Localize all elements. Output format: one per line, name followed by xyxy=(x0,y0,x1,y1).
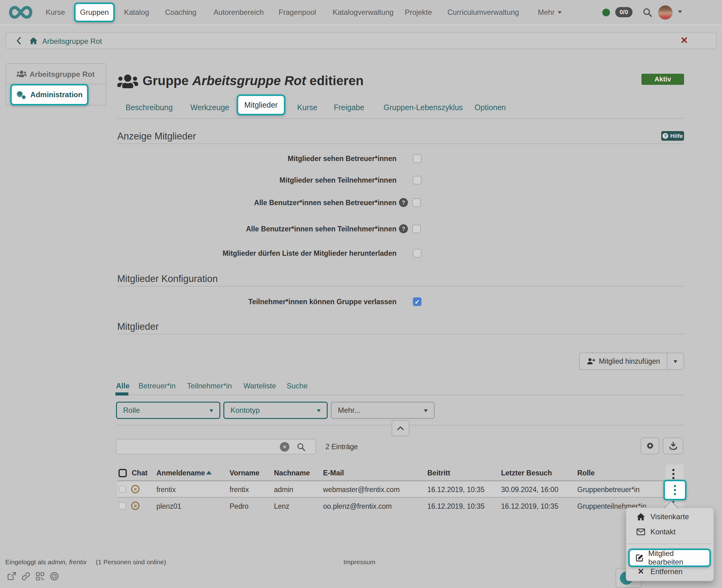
checkbox-alle-sehen-betreuer[interactable] xyxy=(412,198,421,207)
chevron-down-icon xyxy=(674,360,677,365)
cell-email: webmaster@frentix.com xyxy=(323,486,399,494)
sort-asc-icon[interactable] xyxy=(206,471,212,475)
collapse-filters-button[interactable] xyxy=(392,420,409,436)
openolat-logo-icon[interactable] xyxy=(7,5,34,20)
nav-item-fragenpool[interactable]: Fragenpool xyxy=(279,0,316,24)
chevron-down-icon xyxy=(424,410,428,414)
footer-impressum-link[interactable]: Impressum xyxy=(344,559,375,566)
row-actions-button[interactable] xyxy=(663,480,686,500)
close-icon[interactable]: ✕ xyxy=(680,35,688,46)
download-icon xyxy=(668,441,678,451)
footer-login-info: Eingeloggt als admin, frentix (1 Persone… xyxy=(5,559,166,566)
target-icon[interactable] xyxy=(49,571,59,581)
menu-item-visitenkarte[interactable]: Visitenkarte xyxy=(636,512,689,521)
table-export-button[interactable] xyxy=(663,438,683,455)
active-subtab-indicator xyxy=(116,393,128,396)
menu-item-entfernen[interactable]: ✕ Entfernen xyxy=(636,567,682,576)
user-menu-chevron-icon[interactable] xyxy=(678,9,682,15)
cell-email: oo.plenz@frentix.com xyxy=(323,502,392,510)
help-button[interactable]: ? Hilfe xyxy=(661,131,684,141)
filter-kontotyp[interactable]: Kontotyp xyxy=(223,402,328,419)
link-icon[interactable] xyxy=(21,571,31,581)
cell-vorname-link[interactable]: Pedro xyxy=(230,502,248,510)
option-row: Alle Benutzer*innen sehen Teilnehmer*inn… xyxy=(117,224,421,233)
search-icon[interactable] xyxy=(642,7,653,18)
sidebar-item-group[interactable]: Arbeitsgruppe Rot xyxy=(29,70,95,79)
subtab-betreuer[interactable]: Betreuer*in xyxy=(139,382,176,390)
subtab-alle[interactable]: Alle xyxy=(116,382,129,390)
help-circle-icon[interactable] xyxy=(399,224,408,233)
person-plus-icon xyxy=(586,358,595,365)
nav-item-mehr[interactable]: Mehr xyxy=(538,0,561,24)
nav-item-coaching[interactable]: Coaching xyxy=(165,0,196,24)
chevron-down-icon xyxy=(317,410,321,414)
checkbox-mitglieder-sehen-teilnehmer[interactable] xyxy=(413,176,421,185)
tab-optionen[interactable]: Optionen xyxy=(475,103,506,112)
checkbox-liste-herunterladen[interactable] xyxy=(413,249,421,258)
chat-counter-badge[interactable]: 0/0 xyxy=(615,7,633,17)
checkbox-mitglieder-sehen-betreuer[interactable] xyxy=(413,154,421,163)
nav-item-autorenbereich[interactable]: Autorenbereich xyxy=(213,0,264,24)
table-search-input[interactable] xyxy=(116,439,316,455)
nav-item-katalog[interactable]: Katalog xyxy=(124,0,149,24)
home-icon xyxy=(636,513,646,521)
column-header-email[interactable]: E-Mail xyxy=(323,469,344,477)
nav-item-kurse[interactable]: Kurse xyxy=(46,0,65,24)
table-settings-button[interactable] xyxy=(641,438,659,455)
checkbox-alle-sehen-teilnehmer[interactable] xyxy=(412,225,421,233)
tab-mitglieder[interactable]: Mitglieder xyxy=(236,94,285,115)
context-menu: Visitenkarte Kontakt ✕ Entfernen xyxy=(626,507,714,581)
tab-freigabe[interactable]: Freigabe xyxy=(334,103,365,112)
row-checkbox[interactable] xyxy=(119,486,126,493)
cell-letzter-besuch: 30.09.2024, 16:00 xyxy=(501,486,558,494)
menu-item-kontakt[interactable]: Kontakt xyxy=(636,527,675,536)
subtab-warteliste[interactable]: Warteliste xyxy=(244,382,276,390)
edit-icon xyxy=(635,553,644,562)
column-header-vorname[interactable]: Vorname xyxy=(230,469,260,477)
help-circle-icon[interactable] xyxy=(399,198,408,207)
subtab-suche[interactable]: Suche xyxy=(287,382,308,390)
cell-nachname-link[interactable]: admin xyxy=(274,486,293,494)
add-member-split-button: Mitglied hinzufügen xyxy=(579,353,684,370)
cell-vorname-link[interactable]: frentix xyxy=(230,486,249,494)
cell-nachname-link[interactable]: Lenz xyxy=(274,502,289,510)
column-header-rolle[interactable]: Rolle xyxy=(577,469,595,477)
add-member-button[interactable]: Mitglied hinzufügen xyxy=(580,353,667,369)
tab-beschreibung[interactable]: Beschreibung xyxy=(126,103,173,112)
select-all-checkbox[interactable] xyxy=(119,469,127,477)
user-avatar[interactable] xyxy=(658,5,673,20)
search-icon[interactable] xyxy=(296,442,306,451)
filter-rolle[interactable]: Rolle xyxy=(116,402,220,419)
nav-item-gruppen[interactable]: Gruppen xyxy=(74,2,115,22)
sidebar-item-label: Administration xyxy=(30,90,82,99)
column-options-icon[interactable] xyxy=(672,468,675,480)
nav-item-katalogverwaltung[interactable]: Katalogverwaltung xyxy=(333,0,393,24)
sidebar-item-administration[interactable]: Administration xyxy=(10,84,88,105)
tab-kurse[interactable]: Kurse xyxy=(297,103,317,112)
back-chevron-icon[interactable] xyxy=(15,36,22,45)
subtab-teilnehmer[interactable]: Teilnehmer*in xyxy=(187,382,232,390)
breadcrumb: Arbeitsgruppe Rot ✕ xyxy=(5,33,717,49)
column-header-nachname[interactable]: Nachname xyxy=(274,469,310,477)
breadcrumb-current[interactable]: Arbeitsgruppe Rot xyxy=(42,37,102,46)
nav-item-curriculumverwaltung[interactable]: Curriculumverwaltung xyxy=(447,0,519,24)
clear-search-icon[interactable] xyxy=(280,442,289,451)
add-member-dropdown-button[interactable] xyxy=(667,353,683,369)
row-checkbox[interactable] xyxy=(119,502,126,509)
menu-item-mitglied-bearbeiten[interactable]: Mitglied bearbeiten xyxy=(628,548,711,567)
entry-count: 2 Einträge xyxy=(326,443,358,451)
column-header-chat[interactable]: Chat xyxy=(132,469,147,477)
share-icon[interactable] xyxy=(7,571,17,581)
tab-werkzeuge[interactable]: Werkzeuge xyxy=(190,103,229,112)
tabs-divider xyxy=(117,118,684,119)
column-header-beitritt[interactable]: Beitritt xyxy=(427,469,450,477)
option-row: Mitglieder sehen Teilnehmer*innen xyxy=(117,176,421,185)
home-icon[interactable] xyxy=(29,37,38,45)
qr-code-icon[interactable] xyxy=(35,571,45,581)
checkbox-gruppe-verlassen[interactable] xyxy=(413,297,421,306)
filter-mehr[interactable]: Mehr... xyxy=(331,402,435,419)
tab-gruppen-lebenszyklus[interactable]: Gruppen-Lebenszyklus xyxy=(384,103,463,112)
column-header-letzter-besuch[interactable]: Letzter Besuch xyxy=(501,469,552,477)
nav-item-projekte[interactable]: Projekte xyxy=(405,0,432,24)
column-header-anmeldename[interactable]: Anmeldename xyxy=(157,469,205,477)
